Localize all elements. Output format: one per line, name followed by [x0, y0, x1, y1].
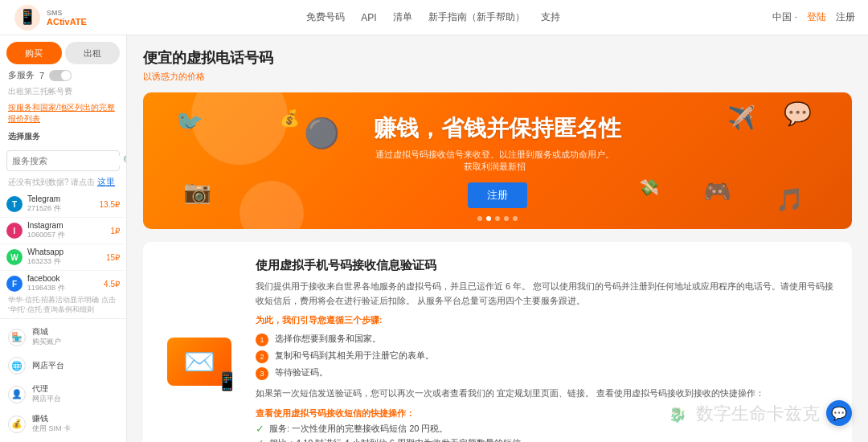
main-layout: 购买 出租 多服务 7 出租第三托帐号费 按服务和国家/地区列出的完整报价列表 … — [0, 35, 868, 442]
sidebar-bottom-item-2[interactable]: 👤 代理 网店平台 — [0, 379, 126, 409]
banner-dot-1[interactable] — [477, 216, 482, 221]
service-item-telegram[interactable]: T Telegram 271526 件 13.5₽ — [0, 191, 126, 218]
banner-icon-google: 🔵 — [304, 117, 340, 150]
search-box: 🔍 — [6, 150, 120, 171]
step-2: 2 复制和号码到其相关用于注册它的表单。 — [256, 350, 836, 363]
services-link[interactable]: 按服务和国家/地区列出的完整报价列表 — [0, 100, 126, 129]
sidebar-tabs: 购买 出租 — [0, 35, 126, 64]
feature-title: 使用虚拟手机号码接收信息验证码 — [256, 258, 836, 273]
nav-list[interactable]: 清单 — [393, 10, 412, 24]
feature-intro: 我们提供用于接收来自世界各地服务的虚拟号码，并且已运作近 6 年。 您可以使用我… — [256, 280, 836, 308]
sidebar-bottom-item-0[interactable]: 🏪 商城 购买账户 — [0, 322, 126, 352]
feature-extra-text: 如果第一次短信发送验证码，您可以再次一次或者查看我们的 宜定规划里页面、链接。 … — [256, 387, 836, 401]
chat-corner-button[interactable]: 💬 — [826, 400, 852, 426]
service-icon-1: I — [6, 223, 23, 239]
nav-right: 中国 · 登陆 注册 — [727, 10, 855, 24]
banner-subtitle: 通过虚拟号码接收信号来收登。以注册到服务或成功命用户。获取利润最新招 — [374, 149, 615, 173]
toggle-value: 7 — [39, 71, 44, 80]
logo-icon: 📱 — [13, 3, 42, 32]
banner-icon-twitter: 🐦 — [175, 108, 203, 135]
step-text-1: 选择你想要到服务和国家。 — [275, 333, 381, 345]
check-text-2: 相比：4.10 时进行 4 小时到位 6 周期内为收发无定额数量的短信。 — [269, 437, 530, 442]
banner-icon-coin1: 💰 — [280, 108, 300, 128]
feature-section: ✉️ 📱 使用虚拟手机号码接收信息验证码 我们提供用于接收来自世界各地服务的虚拟… — [143, 242, 852, 442]
logo[interactable]: 📱 SMS ACtivATE — [13, 3, 140, 32]
search-input[interactable] — [12, 156, 123, 166]
check-icon-2: ✓ — [256, 437, 264, 442]
top-nav: 📱 SMS ACtivATE 免费号码 API 清单 新手指南（新手帮助） 支持… — [0, 0, 868, 35]
service-item-instagram[interactable]: I Instagram 1060057 件 1₽ — [0, 218, 126, 244]
login-button[interactable]: 登陆 — [807, 10, 826, 24]
step-text-3: 等待验证码。 — [275, 366, 328, 379]
feature-why-title: 为此，我们引导您遵循三个步骤: — [256, 314, 836, 326]
multi-service-toggle[interactable] — [49, 70, 72, 81]
step-text-2: 复制和号码到其相关用于注册它的表单。 — [275, 350, 434, 362]
no-find-link[interactable]: 这里 — [97, 177, 115, 186]
no-find-text: 还没有找到数据? 请点击 这里 — [0, 174, 126, 190]
step-num-1: 1 — [256, 334, 268, 346]
page-title: 便宜的虚拟电话号码 — [143, 48, 852, 68]
banner-icon-telegram: ✈️ — [727, 104, 755, 131]
hero-banner: 🐦 📷 ✈️ 💬 🎵 🎮 🔵 💰 💸 赚钱，省钱并保持匿名性 通过虚拟号码接收信… — [143, 92, 852, 229]
bottom-icon-1: 🌐 — [8, 357, 26, 374]
banner-icon-tiktok: 🎵 — [776, 186, 804, 213]
content-area: 便宜的虚拟电话号码 以诱惑力的价格 🐦 📷 ✈️ 💬 🎵 🎮 🔵 💰 💸 赚钱，… — [127, 35, 868, 442]
service-item-facebook[interactable]: F facebook 1196438 件 4.5₽ — [0, 271, 126, 292]
check-text-1: 服务: 一次性使用的完整接收码短信 20 円税。 — [269, 423, 448, 435]
tab-buy[interactable]: 购买 — [6, 42, 62, 64]
check-item-2: ✓ 相比：4.10 时进行 4 小时到位 6 周期内为收发无定额数量的短信。 — [256, 437, 836, 442]
register-button[interactable]: 注册 — [836, 10, 855, 24]
banner-center: 赚钱，省钱并保持匿名性 通过虚拟号码接收信号来收登。以注册到服务或成功命用户。获… — [374, 113, 621, 208]
service-icon-3: F — [6, 276, 23, 292]
step-3: 3 等待验证码。 — [256, 366, 836, 380]
service-list: T Telegram 271526 件 13.5₽ I Instagram 10… — [0, 190, 126, 292]
bottom-icon-0: 🏪 — [8, 329, 26, 346]
banner-dot-5[interactable] — [513, 216, 518, 221]
service-icon-2: W — [6, 249, 23, 265]
lang-selector[interactable]: 中国 · — [772, 10, 797, 24]
sidebar-hint: 出租第三托帐号费 — [0, 86, 126, 100]
check-icon-1: ✓ — [256, 423, 264, 435]
nav-free-numbers[interactable]: 免费号码 — [306, 10, 345, 24]
banner-icon-coin2: 💸 — [639, 178, 659, 197]
nav-api[interactable]: API — [361, 12, 376, 23]
toggle-label: 多服务 — [8, 69, 35, 81]
sidebar-bottom-item-1[interactable]: 🌐 网店平台 — [0, 352, 126, 379]
step-num-2: 2 — [256, 350, 268, 363]
logo-text: SMS ACtivATE — [47, 9, 87, 27]
tab-rent[interactable]: 出租 — [65, 42, 121, 64]
banner-icon-whatsapp: 💬 — [784, 100, 812, 127]
svg-text:📱: 📱 — [18, 8, 37, 26]
banner-icon-twitch: 🎮 — [703, 178, 731, 205]
bottom-icon-3: 💰 — [8, 415, 26, 433]
feature-text: 使用虚拟手机号码接收信息验证码 我们提供用于接收来自世界各地服务的虚拟号码，并且… — [256, 258, 836, 442]
feature-orange-title2: 查看使用虚拟号码接收短信的快捷操作： — [256, 407, 836, 419]
banner-dot-3[interactable] — [495, 216, 500, 221]
nav-support[interactable]: 支持 — [541, 10, 560, 24]
nav-guide[interactable]: 新手指南（新手帮助） — [428, 10, 525, 24]
service-icon-0: T — [6, 196, 23, 212]
nav-links: 免费号码 API 清单 新手指南（新手帮助） 支持 — [140, 10, 727, 24]
banner-register-button[interactable]: 注册 — [468, 182, 527, 208]
sidebar-bottom-item-3[interactable]: 💰 赚钱 使用 SIM 卡 — [0, 409, 126, 439]
step-num-3: 3 — [256, 367, 268, 380]
sidebar: 购买 出租 多服务 7 出租第三托帐号费 按服务和国家/地区列出的完整报价列表 … — [0, 35, 127, 442]
banner-dot-2[interactable] — [486, 216, 491, 221]
page-subtitle: 以诱惑力的价格 — [143, 71, 852, 83]
feature-envelope-icon: ✉️ 📱 — [167, 338, 231, 386]
feature-icon-area: ✉️ 📱 — [159, 258, 240, 442]
step-1: 1 选择你想要到服务和国家。 — [256, 333, 836, 346]
check-item-1: ✓ 服务: 一次性使用的完整接收码短信 20 円税。 — [256, 423, 836, 435]
sidebar-terms: 华华·信托·招募活动显示明确 点击 '华托'·信托·查询条例和细则 — [0, 292, 126, 318]
banner-dots — [477, 216, 518, 221]
banner-dot-4[interactable] — [504, 216, 509, 221]
deco-circle-1 — [191, 92, 288, 165]
bottom-icon-2: 👤 — [8, 386, 26, 403]
feature-steps: 1 选择你想要到服务和国家。 2 复制和号码到其相关用于注册它的表单。 3 等待… — [256, 333, 836, 380]
service-item-whatsapp[interactable]: W Whatsapp 163233 件 15₽ — [0, 244, 126, 271]
services-link2[interactable]: 选择服务 — [0, 129, 126, 147]
banner-icon-instagram: 📷 — [183, 178, 211, 205]
banner-title: 赚钱，省钱并保持匿名性 — [374, 113, 621, 144]
toggle-row: 多服务 7 — [0, 64, 126, 86]
chat-icon: 💬 — [831, 406, 847, 421]
